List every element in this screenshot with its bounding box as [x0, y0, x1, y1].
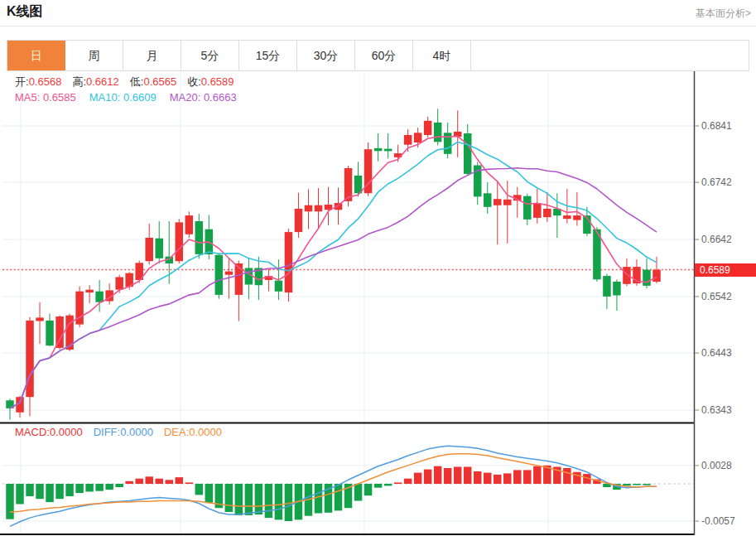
tab-7[interactable]: 4时	[413, 41, 471, 70]
candles-layer	[6, 109, 661, 419]
macd-item-0: MACD:0.0000	[15, 426, 83, 438]
price-tick-5: 0.6343	[701, 404, 732, 416]
price-tick-4: 0.6443	[701, 347, 732, 359]
macd-tick-1: -0.0057	[701, 515, 735, 527]
ohlc-item-1: 高:0.6612	[72, 75, 118, 88]
tab-2[interactable]: 月	[123, 41, 181, 70]
macd-legend: MACD:0.0000DIFF:0.0000DEA:0.0000	[15, 426, 233, 438]
tab-5[interactable]: 30分	[297, 41, 355, 70]
ohlc-item-2: 低:0.6565	[130, 75, 176, 88]
ohlc-item-3: 收:0.6589	[187, 75, 234, 88]
ma5-line	[10, 136, 657, 408]
current-price-badge: 0.6589	[695, 263, 756, 277]
ma-item-0: MA5: 0.6585	[15, 91, 76, 104]
ohlc-legend: 开:0.6568高:0.6612低:0.6565收:0.6589	[15, 75, 245, 89]
kline-page: K线图 基本面分析> 日周月5分15分30分60分4时 0.68410.6742…	[0, 0, 756, 536]
ma-legend: MA5: 0.6585MA10: 0.6609MA20: 0.6663	[15, 91, 250, 104]
macd-item-2: DEA:0.0000	[164, 426, 222, 438]
price-axis-labels: 0.68410.67420.66420.65420.64430.63430.00…	[695, 120, 735, 527]
tab-6[interactable]: 60分	[355, 41, 413, 70]
macd-bars-layer	[6, 466, 650, 521]
ma20-line	[10, 168, 657, 408]
period-tab-bar: 日周月5分15分30分60分4时	[7, 40, 749, 71]
tab-4[interactable]: 15分	[239, 41, 297, 70]
ohlc-item-0: 开:0.6568	[15, 75, 61, 88]
grid-layer	[2, 72, 694, 534]
tab-1[interactable]: 周	[65, 41, 123, 70]
macd-tick-0: 0.0028	[701, 460, 732, 471]
ma-item-2: MA20: 0.6663	[170, 91, 237, 104]
price-tick-2: 0.6642	[701, 234, 732, 245]
macd-item-1: DIFF:0.0000	[94, 426, 153, 438]
price-tick-3: 0.6542	[701, 291, 732, 302]
price-tick-1: 0.6742	[701, 176, 732, 188]
tab-0[interactable]: 日	[7, 41, 65, 70]
tab-3[interactable]: 5分	[181, 41, 239, 70]
price-tick-0: 0.6841	[701, 120, 732, 132]
ma-item-1: MA10: 0.6609	[89, 91, 156, 104]
